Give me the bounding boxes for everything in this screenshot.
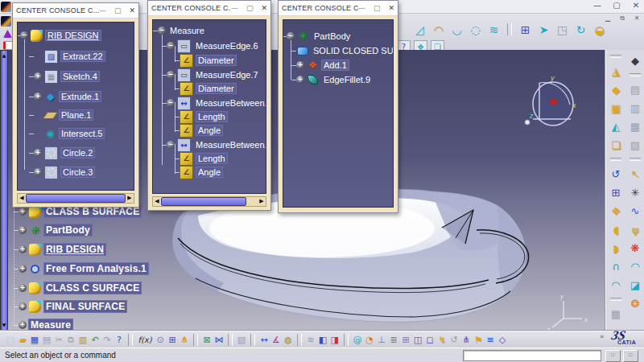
tree-item-circle-3[interactable]: Circle.3 <box>34 166 94 179</box>
expand-icon[interactable] <box>34 72 42 80</box>
tree-item-angle[interactable]: Angle <box>180 124 222 137</box>
tree-item-measure-edge-7[interactable]: MeasureEdge.7 <box>167 68 260 81</box>
app-minimize-button[interactable]: — <box>591 1 604 10</box>
scroll-right-icon[interactable]: ▶ <box>126 195 134 202</box>
toolbar-grip[interactable] <box>630 158 641 161</box>
shape-morphing-icon[interactable]: ❖ <box>609 204 623 218</box>
isolate-icon[interactable]: ▦ <box>609 306 623 321</box>
tree-split-icon[interactable]: ⋈ <box>213 333 225 346</box>
tree-item-extrude[interactable]: Extrude.1 <box>34 90 101 103</box>
tree-item-angle[interactable]: Angle <box>180 166 222 179</box>
blend-icon[interactable]: ◭ <box>609 119 623 134</box>
tree-item-class-c-surface[interactable]: CLASS C SURFACE <box>19 281 141 295</box>
snap-icon[interactable]: ≣ <box>388 333 399 346</box>
minimize-icon[interactable]: — <box>99 6 106 14</box>
tree-item-plane[interactable]: Plane.1 <box>34 109 93 121</box>
copy-icon[interactable]: ⧉ <box>65 333 76 346</box>
design-table-icon[interactable]: ⋔ <box>179 333 190 346</box>
flag-note-icon[interactable]: ⚑ <box>473 333 484 346</box>
collapse-icon[interactable] <box>158 27 166 35</box>
fill-icon[interactable]: ▣ <box>609 101 623 115</box>
hand-pan-icon[interactable]: ❂ <box>628 296 642 311</box>
trim-surface-icon[interactable]: ◠ <box>609 278 623 292</box>
close-icon[interactable]: ✕ <box>129 6 135 14</box>
toolbar-grip[interactable] <box>610 55 621 58</box>
work-grid-icon[interactable]: ⊞ <box>609 185 623 200</box>
tree-vertical-scrollbar[interactable]: ▲ ▼ <box>0 50 8 331</box>
tree-item-measure-root[interactable]: Measure <box>158 24 206 37</box>
draft-analysis-icon[interactable]: ❋ <box>628 241 642 255</box>
scroll-up-icon[interactable]: ▲ <box>1 52 7 58</box>
minimize-icon[interactable]: — <box>358 4 365 12</box>
axis-system-icon[interactable]: ⊥ <box>376 333 387 346</box>
catalog-browser-icon[interactable]: ◫ <box>412 333 423 346</box>
lock-icon[interactable]: ⊠ <box>201 333 213 346</box>
rotate-view-icon[interactable]: ↻ <box>573 22 588 37</box>
tree-item-diameter[interactable]: Diameter <box>180 82 236 95</box>
new-document-icon[interactable]: ▢ <box>5 333 16 346</box>
scrollbar-thumb[interactable] <box>26 194 126 203</box>
list-icon[interactable]: ≡ <box>485 333 496 346</box>
collapse-icon[interactable] <box>20 31 28 39</box>
open-icon[interactable]: ▰ <box>17 333 28 346</box>
power-input-field[interactable] <box>463 350 601 361</box>
structure-tree-icon[interactable]: ⋔ <box>460 333 472 346</box>
four-view-icon[interactable]: ⊞ <box>518 22 533 37</box>
tree-item-free-form-analysis[interactable]: Free Form Analysis.1 <box>19 261 148 276</box>
tree-item-final-surface[interactable]: FINAL SURFACE <box>19 299 126 314</box>
tree-item-solid-closed-surface[interactable]: SOLID CLOSED SURFACE <box>296 44 394 57</box>
extrapolate-icon[interactable]: ◿ <box>412 22 427 37</box>
collapse-icon[interactable] <box>167 42 175 50</box>
save-icon[interactable]: ▦ <box>29 333 40 346</box>
horizontal-scrollbar[interactable]: ◀ ▶ <box>17 193 134 204</box>
expand-icon[interactable] <box>19 265 27 273</box>
tree-item-circle-2[interactable]: Circle.2 <box>34 146 94 159</box>
measure-inertia-icon[interactable]: ◍ <box>283 333 294 346</box>
maximize-icon[interactable]: ▢ <box>374 4 381 12</box>
horizontal-scrollbar[interactable]: ◀ ▶ <box>152 196 266 207</box>
toolbar-grip[interactable] <box>630 73 641 76</box>
curve-analysis-icon[interactable]: ∿ <box>628 204 642 218</box>
apply-material-icon[interactable]: ◨ <box>329 333 341 346</box>
redo-icon[interactable]: ↷ <box>101 333 113 346</box>
tree-view[interactable]: Measure MeasureEdge.6 Diameter MeasureEd… <box>152 19 266 194</box>
window-title-bar[interactable]: CENTER CONSOLE C... — ▢ ✕ <box>279 1 398 16</box>
tree-item-measure-between-2[interactable]: MeasureBetween.2 <box>167 97 266 109</box>
sweep-icon[interactable]: ◮ <box>609 64 623 78</box>
toolbar-overflow-icon[interactable]: » <box>600 332 605 340</box>
tree-item-rib-design[interactable]: RIB DESIGN <box>19 242 105 257</box>
tree-window-measure[interactable]: CENTER CONSOLE C... — ▢ ✕ Measure Measur… <box>147 0 271 211</box>
split-icon[interactable]: ◠ <box>431 22 446 37</box>
collapse-icon[interactable] <box>167 71 175 79</box>
maximize-icon[interactable]: ▢ <box>246 4 254 12</box>
window-title-bar[interactable]: CENTER CONSOLE C... — ▢ ✕ <box>148 1 270 16</box>
undo-icon[interactable]: ↶ <box>89 333 101 346</box>
tree-item-extract[interactable]: Extract.22 <box>34 50 105 63</box>
status-button[interactable]: ▫ <box>605 350 621 362</box>
tree-item-partbody-root[interactable]: PartBody <box>287 30 352 43</box>
swirl-icon[interactable]: ↺ <box>448 333 460 346</box>
tree-item-measure-edge-6[interactable]: MeasureEdge.6 <box>167 39 260 52</box>
docked-toolbar-icon[interactable] <box>1 16 11 27</box>
sweep-dark-icon[interactable]: ◆ <box>628 53 642 68</box>
capture-icon[interactable]: ▧ <box>236 333 247 346</box>
expand-icon[interactable] <box>34 168 42 176</box>
scroll-down-icon[interactable]: ▼ <box>1 322 7 327</box>
diamond-icon[interactable]: ◇ <box>497 333 508 346</box>
tree-item-partbody[interactable]: PartBody <box>19 223 92 237</box>
tree-item-length[interactable]: Length <box>180 152 227 165</box>
bolt-icon[interactable]: ↯ <box>436 333 448 346</box>
cutting-plane-icon[interactable]: ◪ <box>628 278 642 292</box>
measure-item-icon[interactable]: ∡ <box>270 333 282 346</box>
scroll-left-icon[interactable]: ◀ <box>153 198 161 205</box>
constraint-icon[interactable]: ▤ <box>628 82 642 97</box>
tree-item-length[interactable]: Length <box>180 110 227 123</box>
measure-between-icon[interactable]: ↔ <box>258 333 270 346</box>
collapse-icon[interactable] <box>287 32 295 40</box>
scrollbar-thumb[interactable] <box>161 197 246 206</box>
multi-sections-icon[interactable]: ◆ <box>609 82 623 97</box>
doc-restore-button[interactable]: ⧉ <box>617 14 627 23</box>
select-arrow-icon[interactable]: ↖ <box>628 167 642 181</box>
expand-icon[interactable] <box>19 284 27 292</box>
tree-item-edge-fillet[interactable]: EdgeFillet.9 <box>296 73 372 86</box>
